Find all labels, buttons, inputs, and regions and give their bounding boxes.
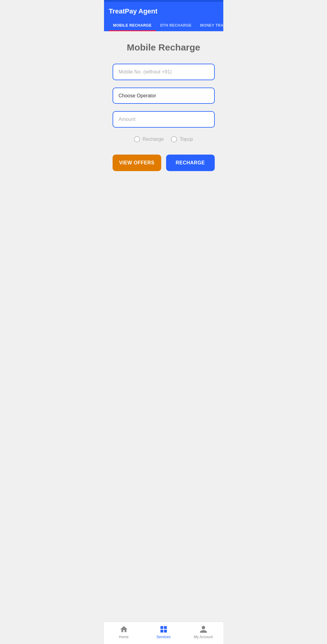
recharge-button[interactable]: RECHARGE [166,155,215,171]
mobile-number-input[interactable] [113,64,215,80]
nav-my-account[interactable]: My Account [191,625,216,639]
svg-rect-3 [164,630,167,632]
nav-services[interactable]: Services [151,625,176,639]
svg-rect-1 [164,626,167,629]
radio-recharge-label: Recharge [143,137,164,142]
amount-input[interactable] [113,111,215,128]
radio-topup-label: Topup [180,137,193,142]
radio-recharge-circle [134,136,140,142]
nav-services-label: Services [156,635,170,639]
app-header: TreatPay Agent MOBILE RECHARGE DTH RECHA… [104,2,223,31]
recharge-type-group: Recharge Topup [113,136,215,142]
radio-recharge-option[interactable]: Recharge [134,136,164,142]
main-content: Mobile Recharge Choose Operator Airtel J… [104,31,223,604]
operator-select-wrapper: Choose Operator Airtel Jio Vodafone BSNL… [113,88,215,104]
svg-rect-2 [160,630,163,632]
tab-dth-recharge[interactable]: DTH RECHARGE [156,20,196,31]
nav-home-label: Home [119,635,128,639]
tab-money-transfer[interactable]: MONEY TRANSFER [196,20,223,31]
svg-rect-0 [160,626,163,629]
operator-select[interactable]: Choose Operator Airtel Jio Vodafone BSNL… [113,88,215,104]
tab-bar: MOBILE RECHARGE DTH RECHARGE MONEY TRANS… [109,20,218,31]
page-title: Mobile Recharge [113,42,215,53]
tab-mobile-recharge[interactable]: MOBILE RECHARGE [109,20,156,31]
nav-account-label: My Account [194,635,213,639]
nav-home[interactable]: Home [112,625,136,639]
action-buttons: VIEW OFFERS RECHARGE [113,155,215,171]
app-title: TreatPay Agent [109,7,218,20]
bottom-nav: Home Services My Account [104,622,223,644]
account-icon [199,625,208,634]
radio-topup-option[interactable]: Topup [171,136,193,142]
view-offers-button[interactable]: VIEW OFFERS [113,155,161,171]
radio-topup-circle [171,136,177,142]
services-icon [159,625,168,634]
home-icon [120,625,128,634]
